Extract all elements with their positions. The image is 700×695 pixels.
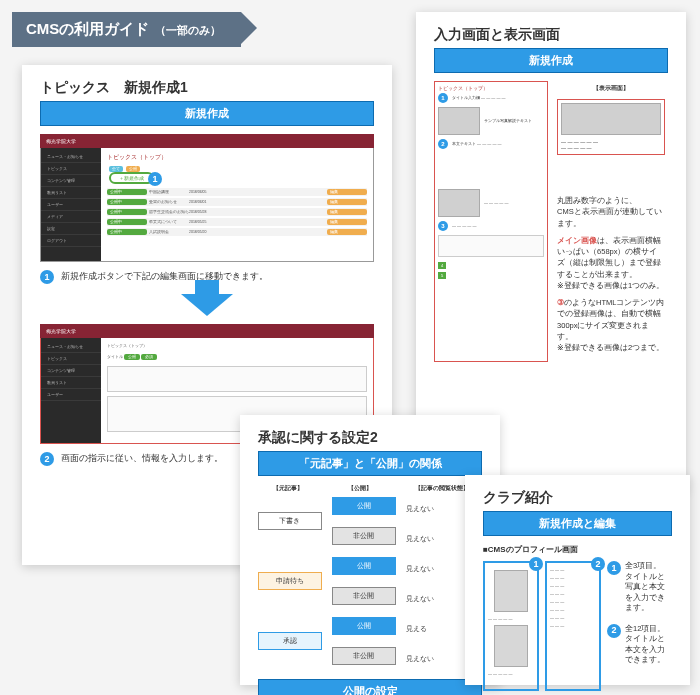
sidebar-item: トピックス	[41, 163, 101, 175]
page-approval: 承認に関する設定2 「元記事」と「公開」の関係 【元記事】 【公開】 【記事の閲…	[240, 415, 500, 685]
page-title: 承認に関する設定2	[258, 429, 482, 447]
pub-box: 公開	[332, 497, 396, 515]
callout-1-icon: 1	[40, 270, 54, 284]
sidebar-item: 設定	[41, 223, 101, 235]
cms-table: 公開中中国語講座2018/06/05編集複製削除公開中受賞のお知らせ2018/0…	[107, 188, 367, 236]
callout-icon: 1	[438, 93, 448, 103]
table-row: 公開中入試説明会2018/05/20編集複製削除	[107, 228, 367, 236]
image-thumb	[561, 103, 661, 135]
state-box-approved: 承認	[258, 632, 322, 650]
status-tag: 公開	[124, 354, 140, 360]
table-row: 公開中受賞のお知らせ2018/06/01編集複製削除	[107, 198, 367, 206]
relation-grid: 下書き 公開 見えない 非公開 見えない 申請待ち 公開 見えない 非公開 見え…	[258, 497, 482, 671]
cms-sidebar: ニュース・お知らせ トピックス コンテンツ管理 教員リスト ユーザー	[41, 325, 101, 443]
ribbon-main: CMSの利用ガイド	[26, 20, 149, 39]
table-row: 公開中中国語講座2018/06/05編集複製削除	[107, 188, 367, 196]
profile-col-2: 2 ― ― ―― ― ―― ― ―― ― ―― ― ―― ― ―― ― ―― ―…	[545, 561, 601, 691]
sidebar-item: ユーザー	[41, 199, 101, 211]
ribbon-title: CMSの利用ガイド （一部のみ）	[12, 12, 241, 47]
editor-textarea	[438, 235, 544, 257]
note-item: 1 全3項目。 タイトルと写真と本文を入力できます。	[607, 561, 672, 614]
cms-main: トピックス（トップ） 全て 公開 ＋新規作成 1 公開中中国語講座2018/06…	[101, 135, 373, 261]
cms-content-title: トピックス（トップ）	[107, 153, 367, 162]
portrait-thumb	[494, 625, 528, 667]
arrow-down-icon	[181, 294, 233, 316]
callout-1-icon: 1	[529, 557, 543, 571]
sidebar-item: ユーザー	[41, 389, 101, 401]
note-item: 2 全12項目。 タイトルと本文を入力できます。	[607, 624, 672, 666]
section-bar: 公開の設定	[258, 679, 482, 695]
red-label: ③	[557, 298, 564, 307]
page-club: クラブ紹介 新規作成と編集 ■CMSのプロフィール画面 1 ― ― ― ― ― …	[465, 475, 690, 685]
callout-1-icon: 1	[148, 172, 162, 186]
sidebar-item: メディア	[41, 211, 101, 223]
callout-icon: 4	[438, 262, 446, 269]
table-row: 公開中留学生交流会のお知らせ2018/05/28編集複製削除	[107, 208, 367, 216]
pub-box: 公開	[332, 557, 396, 575]
panel-title: トピックス（トップ）	[438, 85, 544, 91]
note-text: メイン画像は、表示画面横幅いっぱい（658px）の横サイズ（縦は制限無し）まで登…	[557, 235, 665, 291]
field-label: タイトル	[107, 354, 123, 359]
sidebar-item: ニュース・お知らせ	[41, 341, 101, 353]
page-title: トピックス 新規作成1	[40, 79, 374, 97]
cms-brand: 梅光学院大学	[46, 138, 76, 144]
callout-icon: 2	[438, 139, 448, 149]
callout-2-icon: 2	[40, 452, 54, 466]
portrait-thumb	[494, 570, 528, 612]
ribbon-sub: （一部のみ）	[155, 23, 221, 38]
sidebar-item: コンテンツ管理	[41, 175, 101, 187]
new-create-button[interactable]: ＋新規作成 1	[109, 172, 154, 184]
note-text: ③のようなHTMLコンテンツ内での登録画像は、自動で横幅300pxにサイズ変更さ…	[557, 297, 665, 353]
callout-icon: 3	[438, 221, 448, 231]
status-tag: 必須	[141, 354, 157, 360]
pub-box: 非公開	[332, 647, 396, 665]
sidebar-item: ニュース・お知らせ	[41, 151, 101, 163]
cms-header: 梅光学院大学	[40, 324, 374, 338]
cms-sidebar: ニュース・お知らせ トピックス コンテンツ管理 教員リスト ユーザー メディア …	[41, 135, 101, 261]
panel-title: 【表示画面】	[557, 84, 665, 93]
callout-2-icon: 2	[607, 624, 621, 638]
red-label: メイン画像	[557, 236, 597, 245]
section-bar: 新規作成	[434, 48, 668, 73]
section-bar: 新規作成と編集	[483, 511, 672, 536]
club-notes: 1 全3項目。 タイトルと写真と本文を入力できます。 2 全12項目。 タイトル…	[607, 561, 672, 691]
sidebar-item: トピックス	[41, 353, 101, 365]
sidebar-item: コンテンツ管理	[41, 365, 101, 377]
state-box-draft: 下書き	[258, 512, 322, 530]
page-title: クラブ紹介	[483, 489, 672, 507]
sidebar-item: 教員リスト	[41, 377, 101, 389]
pub-box: 非公開	[332, 587, 396, 605]
image-thumb	[438, 107, 480, 135]
page-title: 入力画面と表示画面	[434, 26, 668, 44]
cms-brand: 梅光学院大学	[46, 328, 76, 334]
pub-box: 公開	[332, 617, 396, 635]
cms-screenshot-1: 梅光学院大学 ニュース・お知らせ トピックス コンテンツ管理 教員リスト ユーザ…	[40, 134, 374, 262]
table-row: 公開中卒業式について2018/05/25編集複製削除	[107, 218, 367, 226]
note-text: 丸囲み数字のように、 CMSと表示画面が連動しています。	[557, 195, 665, 229]
callout-2-icon: 2	[591, 557, 605, 571]
column-headers: 【元記事】 【公開】 【記事の閲覧状態】	[258, 484, 482, 493]
display-panel: 【表示画面】 ― ― ― ― ― ―― ― ― ― ― 丸囲み数字のように、 C…	[554, 81, 668, 362]
state-box-pending: 申請待ち	[258, 572, 322, 590]
input-panel: トピックス（トップ） 1タイトル入力欄 ― ― ― ― ― サンプル写真解説テキ…	[434, 81, 548, 362]
subtitle: ■CMSのプロフィール画面	[483, 544, 672, 555]
display-preview: ― ― ― ― ― ―― ― ― ― ―	[557, 99, 665, 155]
profile-col-1: 1 ― ― ― ― ― ― ― ― ― ―	[483, 561, 539, 691]
section-bar: 「元記事」と「公開」の関係	[258, 451, 482, 476]
pub-box: 非公開	[332, 527, 396, 545]
section-bar: 新規作成	[40, 101, 374, 126]
callout-1-icon: 1	[607, 561, 621, 575]
sidebar-item: 教員リスト	[41, 187, 101, 199]
sidebar-item: ログアウト	[41, 235, 101, 247]
editor-textarea	[107, 366, 367, 392]
cms-content-title: トピックス（トップ）	[107, 343, 367, 348]
image-thumb	[438, 189, 480, 217]
callout-icon: 5	[438, 272, 446, 279]
